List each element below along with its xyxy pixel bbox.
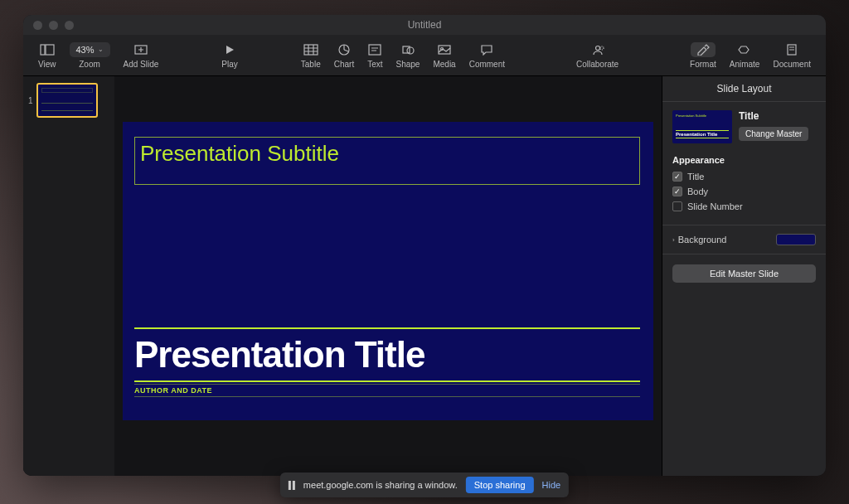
- change-master-button[interactable]: Change Master: [739, 127, 808, 141]
- slide-thumbnail[interactable]: [36, 83, 98, 118]
- svg-point-18: [407, 47, 414, 54]
- play-button[interactable]: Play: [215, 42, 244, 69]
- edit-master-slide-button[interactable]: Edit Master Slide: [672, 264, 816, 283]
- svg-rect-14: [369, 45, 381, 55]
- shape-label: Shape: [396, 60, 420, 69]
- titlebar: Untitled: [23, 15, 826, 35]
- layout-thumb-sub: Presentation Subtitle: [676, 114, 706, 118]
- table-button[interactable]: Table: [294, 42, 327, 69]
- checkbox-on-icon: ✓: [672, 172, 682, 182]
- title-placeholder[interactable]: Presentation Title: [134, 327, 640, 382]
- table-icon: [303, 44, 318, 56]
- svg-rect-1: [46, 45, 54, 55]
- chevron-right-icon: ›: [672, 236, 675, 244]
- media-label: Media: [433, 60, 455, 69]
- svg-line-13: [344, 50, 348, 51]
- subtitle-placeholder[interactable]: Presentation Subtitle: [134, 137, 640, 185]
- text-button[interactable]: Text: [361, 42, 389, 69]
- chart-label: Chart: [334, 60, 354, 69]
- media-button[interactable]: Media: [426, 42, 462, 69]
- collaborate-button[interactable]: Collaborate: [570, 42, 625, 69]
- media-icon: [438, 44, 451, 56]
- play-icon: [224, 44, 235, 56]
- title-checkbox[interactable]: ✓ Title: [672, 172, 816, 182]
- slide-number-checkbox-label: Slide Number: [687, 201, 743, 211]
- body-checkbox-label: Body: [687, 187, 708, 196]
- hide-share-button[interactable]: Hide: [542, 480, 561, 490]
- zoom-value: 43%: [76, 45, 95, 55]
- zoom-label: Zoom: [79, 60, 100, 69]
- checkbox-on-icon: ✓: [672, 187, 682, 196]
- title-text[interactable]: Presentation Title: [134, 332, 640, 377]
- inspector-header: Slide Layout: [662, 76, 826, 102]
- document-button[interactable]: Document: [766, 42, 817, 69]
- format-inspector: Slide Layout Presentation Subtitle Prese…: [662, 76, 826, 476]
- author-text[interactable]: AUTHOR AND DATE: [134, 386, 212, 395]
- animate-icon: [737, 44, 752, 56]
- chart-icon: [337, 43, 351, 56]
- slide-navigator: 1: [23, 76, 114, 476]
- svg-rect-6: [304, 45, 318, 55]
- appearance-heading: Appearance: [672, 155, 816, 165]
- document-icon: [786, 44, 798, 56]
- layout-thumb-title: Presentation Title: [676, 130, 729, 138]
- add-slide-icon: [133, 44, 148, 56]
- format-label: Format: [690, 60, 716, 69]
- toolbar: View 43%⌄ Zoom Add Slide Play Table Char…: [23, 35, 826, 76]
- window-title: Untitled: [23, 19, 826, 31]
- animate-button[interactable]: Animate: [723, 42, 767, 69]
- chevron-down-icon: ⌄: [98, 46, 104, 53]
- zoom-button[interactable]: 43%⌄ Zoom: [63, 42, 117, 69]
- background-label: Background: [678, 235, 727, 245]
- slide-canvas[interactable]: Presentation Subtitle Presentation Title…: [114, 76, 662, 476]
- svg-rect-0: [41, 45, 45, 55]
- text-label: Text: [367, 60, 382, 69]
- title-checkbox-label: Title: [687, 172, 704, 182]
- collaborate-icon: [590, 44, 605, 56]
- subtitle-text[interactable]: Presentation Subtitle: [140, 141, 634, 167]
- slide-number-checkbox[interactable]: Slide Number: [672, 201, 816, 211]
- add-slide-button[interactable]: Add Slide: [117, 42, 166, 69]
- view-label: View: [38, 60, 56, 69]
- view-button[interactable]: View: [32, 42, 63, 69]
- app-window: Untitled View 43%⌄ Zoom Add Slide Play T…: [23, 15, 826, 476]
- svg-point-21: [595, 46, 599, 50]
- background-row[interactable]: › Background: [662, 225, 826, 254]
- thumb-index: 1: [28, 96, 33, 105]
- author-placeholder[interactable]: AUTHOR AND DATE: [134, 384, 640, 397]
- svg-marker-23: [739, 46, 749, 53]
- share-message: meet.google.com is sharing a window.: [303, 480, 458, 490]
- body-checkbox[interactable]: ✓ Body: [672, 187, 816, 196]
- comment-icon: [480, 44, 493, 56]
- format-icon: [696, 44, 711, 56]
- play-label: Play: [221, 60, 237, 69]
- table-label: Table: [301, 60, 321, 69]
- layout-thumbnail: Presentation Subtitle Presentation Title: [672, 110, 732, 143]
- comment-label: Comment: [469, 60, 505, 69]
- comment-button[interactable]: Comment: [463, 42, 512, 69]
- animate-label: Animate: [730, 60, 760, 69]
- svg-marker-5: [226, 46, 234, 54]
- screen-share-bar: meet.google.com is sharing a window. Sto…: [280, 472, 569, 497]
- format-button[interactable]: Format: [683, 42, 723, 69]
- view-icon: [40, 44, 55, 56]
- stop-sharing-button[interactable]: Stop sharing: [466, 477, 534, 493]
- background-swatch[interactable]: [776, 234, 816, 245]
- slide[interactable]: Presentation Subtitle Presentation Title…: [123, 122, 653, 420]
- layout-title: Title: [739, 110, 816, 122]
- text-icon: [368, 44, 381, 56]
- checkbox-off-icon: [672, 201, 682, 211]
- shape-icon: [401, 44, 415, 56]
- shape-button[interactable]: Shape: [390, 42, 427, 69]
- pause-icon[interactable]: [289, 481, 295, 490]
- collaborate-label: Collaborate: [576, 60, 619, 69]
- chart-button[interactable]: Chart: [327, 42, 361, 69]
- svg-point-22: [600, 46, 604, 50]
- add-slide-label: Add Slide: [124, 60, 159, 69]
- document-label: Document: [773, 60, 811, 69]
